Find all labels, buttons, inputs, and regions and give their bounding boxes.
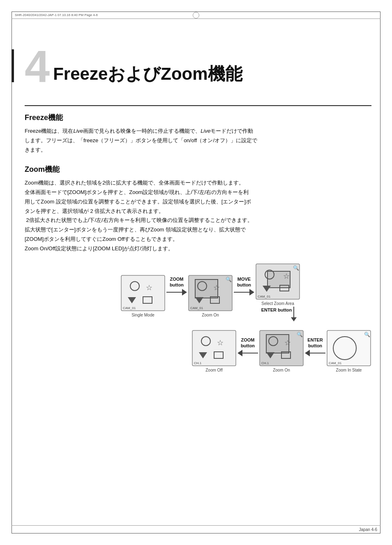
zoom-on-top-svg: ☆ CAM_01 🔍 [188,275,233,312]
zoom-button-label-1: ZOOM [170,277,184,282]
svg-text:CH.1: CH.1 [194,361,202,365]
zoom-off-box-group: ☆ CH.1 Zoom Off [191,330,237,372]
footer-text: Japan 4-6 [359,527,377,532]
footer: Japan 4-6 [12,525,380,533]
zoom-button-label-2b: button [241,343,255,348]
freeze-body: Freeze機能は、現在Live画面で見られる映像を一時的に停止する機能で、Li… [25,127,371,155]
zoom-button-label-1b: button [170,282,184,287]
zoom-on-top-label: Zoom On [202,313,219,317]
svg-text:CAM_01: CAM_01 [190,306,203,310]
svg-rect-22 [192,330,236,366]
single-mode-label: Single Mode [131,313,154,317]
header-center-mark [193,12,199,18]
svg-rect-0 [121,275,165,311]
svg-text:🔍: 🔍 [226,276,232,282]
zoom-on-bottom-box-group: ☆ CH.1 🔍 Zoom On [259,330,304,372]
zoom-off-label: Zoom Off [205,368,223,372]
zoom-on-bottom-label: Zoom On [273,368,290,372]
move-button-label: MOVE [238,277,251,282]
svg-text:☆: ☆ [284,339,291,347]
select-zoom-box-group: ☆ CAM_01 🔍 Select Zoom Area ENTER button [255,263,300,317]
diagram-wrapper: ☆ CAM_01 Single Mode ZOOM button [49,263,371,372]
select-zoom-label: Select Zoom Area [261,301,294,306]
page-border-right [380,12,380,533]
section-divider [25,105,371,106]
svg-text:🔍: 🔍 [364,331,370,337]
chapter-number: 4 [25,44,50,89]
zoom-body: Zoom機能は、選択された領域を2倍に拡大する機能で、全体画面モードだけで作動し… [25,178,371,253]
zoom-arrow-1: ZOOM button [166,277,187,296]
single-mode-box-group: ☆ CAM_01 Single Mode [120,275,166,317]
svg-text:CAM_01: CAM_01 [258,295,271,298]
single-mode-svg: ☆ CAM_01 [120,275,166,312]
zoom-in-box-group: CAM_01 🔍 Zoom In State [326,330,371,372]
svg-text:☆: ☆ [217,339,224,347]
svg-text:🔍: 🔍 [293,265,299,271]
zoom-in-label: Zoom In State [336,368,362,372]
move-arrow: MOVE button [234,277,254,296]
move-button-label-b: button [237,282,251,287]
chapter-heading: 4 FreezeおよびZoom機能 [25,44,371,89]
top-diagram-row: ☆ CAM_01 Single Mode ZOOM button [120,263,300,317]
zoom-on-top-box-group: ☆ CAM_01 🔍 Zoom On [188,275,233,317]
zoom-button-label-2: ZOOM [241,337,255,342]
enter-button-label-top: ENTER button [261,307,292,312]
svg-text:☆: ☆ [213,284,220,292]
svg-text:☆: ☆ [146,284,152,292]
zoom-on-bottom-svg: ☆ CH.1 🔍 [259,330,304,367]
svg-text:CH.1: CH.1 [261,361,269,365]
select-zoom-svg: ☆ CAM_01 🔍 [255,263,300,300]
header-area: SHR-2040/2041/2042-JAP-1 07.10.16 8:40 P… [12,12,380,19]
page-border-left [12,12,12,533]
zoom-off-svg: ☆ CH.1 [191,330,237,367]
svg-text:🔍: 🔍 [297,331,303,337]
svg-text:☆: ☆ [283,272,290,280]
header-text: SHR-2040/2041/2042-JAP-1 07.10.16 8:40 P… [15,13,98,17]
zoom-in-svg: CAM_01 🔍 [326,330,371,367]
bottom-diagram-row: ☆ CH.1 Zoom Off ZOOM button [191,330,371,372]
zoom-heading: Zoom機能 [25,164,371,174]
svg-text:CAM_01: CAM_01 [329,361,342,365]
svg-text:CAM_01: CAM_01 [123,306,136,310]
enter-button-label-bottom2: button [308,343,322,348]
zoom-arrow-2: ZOOM button [238,337,258,356]
enter-arrow-2: ENTER button [305,337,325,356]
content-area: 4 FreezeおよびZoom機能 Freeze機能 Freeze機能は、現在L… [25,19,371,372]
left-accent-bar [12,49,14,82]
chapter-title: FreezeおよびZoom機能 [53,62,242,89]
enter-button-label-bottom: ENTER [307,337,323,342]
freeze-heading: Freeze機能 [25,113,371,122]
